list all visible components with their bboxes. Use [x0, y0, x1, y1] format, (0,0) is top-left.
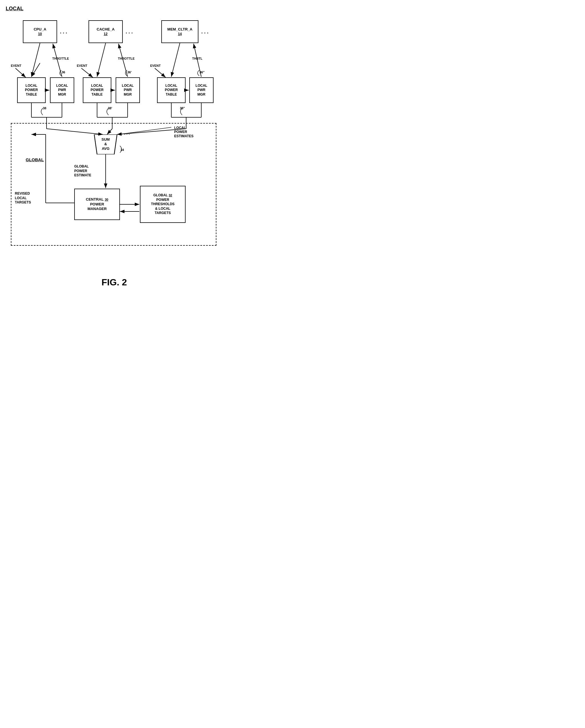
thrtl-label: THRTL — [192, 57, 202, 60]
cpu-a-ref: 10 — [38, 32, 42, 36]
svg-line-9 — [155, 68, 166, 77]
event-label-2: EVENT — [77, 64, 87, 68]
mem-cltr-a-box: MEM_CLTR_A 14 — [161, 20, 198, 43]
svg-line-6 — [31, 63, 40, 77]
cache-a-ref: 12 — [104, 32, 107, 36]
ref-36p-label: 36' — [127, 71, 132, 74]
ref-38-label: 38 — [43, 106, 46, 110]
page-title: LOCAL — [6, 6, 223, 12]
mem-cltr-a-ref: 14 — [178, 32, 182, 36]
svg-line-7 — [16, 68, 26, 77]
global-dashed-box — [11, 123, 217, 246]
ref-38pp-label: 38" — [180, 106, 185, 110]
central-power-manager-box: CENTRAL 30 POWER MANAGER — [74, 189, 120, 220]
dots-after-mem: . . . — [201, 29, 208, 35]
event-label-3: EVENT — [150, 64, 161, 68]
svg-line-14 — [97, 43, 106, 77]
throttle-label-2: THROTTLE — [118, 57, 135, 60]
ref-38p-label: 38' — [108, 106, 112, 110]
local-pwr-mgr-2: LOCAL PWR MGR — [116, 77, 140, 103]
local-power-table-1: LOCAL POWER TABLE — [17, 77, 46, 103]
global-power-thresholds-box: GLOBAL 32 POWER THRESHOLDS & LOCAL TARGE… — [140, 186, 185, 223]
svg-line-8 — [81, 68, 93, 77]
dots-after-cpu: . . . — [60, 29, 67, 35]
event-label-1: EVENT — [11, 64, 21, 68]
local-power-table-2: LOCAL POWER TABLE — [83, 77, 111, 103]
ref-36-label: 36 — [62, 71, 65, 74]
local-power-table-3: LOCAL POWER TABLE — [157, 77, 185, 103]
cpu-a-label: CPU_A — [34, 27, 46, 32]
cache-a-box: CACHE_A 12 — [88, 20, 123, 43]
global-ref: 32 — [169, 193, 172, 197]
svg-line-15 — [171, 43, 180, 77]
throttle-label-1: THROTTLE — [52, 57, 69, 60]
fig-label: FIG. 2 — [6, 277, 223, 288]
global-label: GLOBAL — [26, 157, 44, 162]
cpu-a-box: CPU_A 10 — [23, 20, 57, 43]
ref-36pp-label: 36" — [200, 71, 204, 74]
dots-after-cache: . . . — [126, 29, 133, 35]
local-pwr-mgr-1: LOCAL PWR MGR — [50, 77, 74, 103]
diagram: CPU_A 10 CACHE_A 12 MEM_CLTR_A 14 . . . … — [6, 15, 223, 271]
local-pwr-mgr-3: LOCAL PWR MGR — [189, 77, 213, 103]
page: LOCAL CPU_A 10 CACHE_A 12 MEM_CLTR_A 14 … — [6, 6, 223, 288]
svg-line-13 — [31, 43, 40, 77]
mem-cltr-a-label: MEM_CLTR_A — [167, 27, 193, 32]
cache-a-label: CACHE_A — [97, 27, 115, 32]
central-ref: 30 — [105, 198, 108, 202]
